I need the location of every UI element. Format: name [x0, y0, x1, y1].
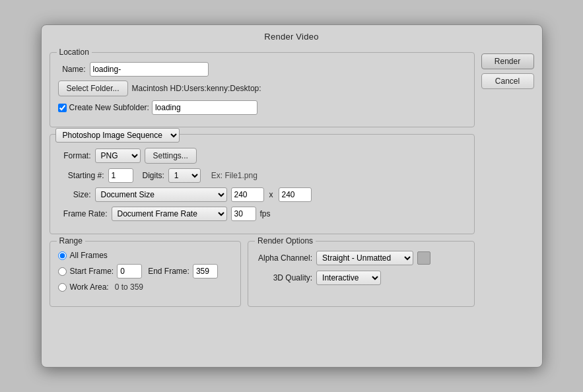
work-area-value: 0 to 359 [115, 282, 143, 292]
image-sequence-section: Photoshop Image Sequence Format: PNG Set… [50, 134, 475, 234]
framerate-select[interactable]: Document Frame Rate [112, 207, 227, 221]
digits-label: Digits: [143, 171, 164, 180]
size-height-input[interactable] [279, 187, 312, 202]
example-text: Ex: File1.png [211, 171, 257, 180]
alpha-select[interactable]: Straight - Unmatted [316, 251, 413, 265]
size-label: Size: [58, 190, 91, 199]
starting-row: Starting #: Digits: 1 Ex: File1.png [58, 168, 466, 183]
size-row: Size: Document Size x [58, 187, 466, 202]
render-options-title: Render Options [255, 236, 316, 245]
subfolder-input[interactable] [152, 100, 257, 115]
alpha-row: Alpha Channel: Straight - Unmatted [256, 251, 465, 265]
size-x: x [268, 190, 275, 199]
bottom-area: Range All Frames Start Frame: End Frame: [50, 241, 475, 307]
render-button[interactable]: Render [481, 53, 534, 69]
location-title: Location [57, 48, 92, 57]
quality-select[interactable]: Interactive [316, 271, 381, 285]
name-label: Name: [58, 65, 86, 74]
alpha-color-swatch [417, 251, 430, 265]
start-frame-radio[interactable] [58, 267, 67, 276]
start-frame-label: Start Frame: [70, 267, 114, 276]
quality-row: 3D Quality: Interactive [256, 271, 465, 285]
format-row: Format: PNG Settings... [58, 148, 466, 164]
subfolder-row: Create New Subfolder: [58, 100, 466, 115]
start-frame-row: Start Frame: End Frame: [58, 264, 233, 278]
location-section: Location Name: Select Folder... Macintos… [50, 52, 475, 127]
end-frame-input[interactable] [193, 264, 218, 278]
format-label: Format: [58, 151, 91, 160]
side-buttons: Render Cancel [481, 52, 534, 307]
name-input[interactable] [90, 62, 209, 77]
work-area-label: Work Area: [70, 282, 109, 292]
end-frame-label: End Frame: [148, 267, 189, 276]
sequence-type-select[interactable]: Photoshop Image Sequence [55, 128, 180, 143]
create-subfolder-label: Create New Subfolder: [69, 103, 149, 112]
folder-path: Macintosh HD:Users:kenny:Desktop: [132, 84, 261, 93]
render-video-dialog: Render Video Location Name: Select Folde… [41, 24, 543, 368]
alpha-label: Alpha Channel: [256, 253, 312, 263]
create-subfolder-checkbox[interactable] [58, 104, 67, 112]
work-area-row: Work Area: 0 to 359 [58, 282, 233, 292]
all-frames-label: All Frames [70, 251, 108, 260]
settings-button[interactable]: Settings... [145, 148, 197, 164]
framerate-label: Frame Rate: [58, 209, 108, 218]
start-frame-input[interactable] [117, 264, 142, 278]
starting-input[interactable] [108, 168, 133, 183]
starting-label: Starting #: [58, 171, 104, 180]
size-width-input[interactable] [231, 187, 264, 202]
format-select[interactable]: PNG [95, 148, 141, 163]
range-section: Range All Frames Start Frame: End Frame: [50, 241, 242, 307]
select-folder-button[interactable]: Select Folder... [58, 81, 128, 96]
folder-row: Select Folder... Macintosh HD:Users:kenn… [58, 81, 466, 96]
main-area: Location Name: Select Folder... Macintos… [50, 52, 475, 307]
size-select[interactable]: Document Size [95, 187, 227, 202]
quality-label: 3D Quality: [256, 273, 312, 282]
cancel-button[interactable]: Cancel [481, 73, 534, 89]
work-area-radio[interactable] [58, 283, 67, 292]
range-title: Range [57, 236, 85, 245]
digits-select[interactable]: 1 [168, 168, 201, 183]
dialog-title: Render Video [42, 25, 542, 47]
name-row: Name: [58, 62, 466, 77]
framerate-input[interactable] [231, 207, 256, 221]
all-frames-row: All Frames [58, 251, 233, 260]
fps-text: fps [260, 209, 271, 218]
render-options-section: Render Options Alpha Channel: Straight -… [248, 241, 474, 307]
all-frames-radio[interactable] [58, 251, 67, 260]
framerate-row: Frame Rate: Document Frame Rate fps [58, 207, 466, 221]
seq-dropdown-wrapper: Photoshop Image Sequence [55, 128, 180, 143]
